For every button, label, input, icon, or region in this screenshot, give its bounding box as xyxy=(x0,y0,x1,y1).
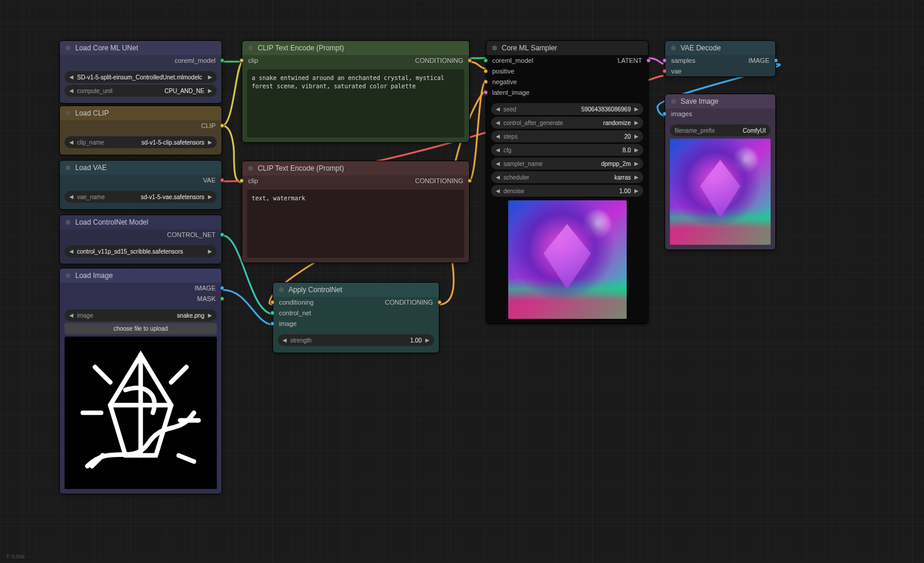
widget-scheduler[interactable]: ◀schedulerkarras▶ xyxy=(491,171,643,183)
chevron-left-icon[interactable]: ◀ xyxy=(496,106,500,112)
node-coreml-sampler[interactable]: Core ML Sampler coreml_model LATENT posi… xyxy=(486,40,649,324)
node-header[interactable]: Core ML Sampler xyxy=(486,41,648,55)
input-port-conditioning[interactable] xyxy=(270,300,275,305)
chevron-left-icon[interactable]: ◀ xyxy=(496,133,500,139)
chevron-left-icon[interactable]: ◀ xyxy=(496,120,500,126)
widget-clip-name[interactable]: ◀clip_namesd-v1-5-clip.safetensors▶ xyxy=(65,136,217,148)
node-load-clip[interactable]: Load CLIP CLIP ◀clip_namesd-v1-5-clip.sa… xyxy=(59,105,222,155)
collapse-dot-icon[interactable] xyxy=(671,46,676,50)
chevron-right-icon[interactable]: ▶ xyxy=(425,337,429,343)
chevron-left-icon[interactable]: ◀ xyxy=(496,188,500,194)
node-load-coreml-unet[interactable]: Load Core ML UNet coreml_model ◀SD-v1-5-… xyxy=(59,40,222,104)
widget-controlnet-name[interactable]: ◀control_v11p_sd15_scribble.safetensors▶ xyxy=(65,245,217,257)
chevron-right-icon[interactable]: ▶ xyxy=(208,74,212,80)
choose-file-button[interactable]: choose file to upload xyxy=(65,323,217,334)
collapse-dot-icon[interactable] xyxy=(279,287,284,292)
widget-steps[interactable]: ◀steps20▶ xyxy=(491,130,643,142)
output-port-image[interactable] xyxy=(220,286,224,290)
collapse-dot-icon[interactable] xyxy=(66,111,70,116)
widget-cfg[interactable]: ◀cfg8.0▶ xyxy=(491,144,643,156)
input-port-image[interactable] xyxy=(270,321,275,326)
output-port-coreml[interactable] xyxy=(220,58,224,63)
input-port-clip[interactable] xyxy=(239,178,244,183)
widget-seed[interactable]: ◀seed590643836086969▶ xyxy=(491,103,643,115)
chevron-left-icon[interactable]: ◀ xyxy=(69,312,73,318)
node-header[interactable]: Load Core ML UNet xyxy=(60,41,222,55)
input-port-images[interactable] xyxy=(662,111,667,116)
input-port-controlnet[interactable] xyxy=(270,311,275,315)
chevron-right-icon[interactable]: ▶ xyxy=(208,312,212,318)
chevron-right-icon[interactable]: ▶ xyxy=(634,188,639,194)
chevron-right-icon[interactable]: ▶ xyxy=(208,194,212,200)
output-port-controlnet[interactable] xyxy=(220,232,224,237)
chevron-left-icon[interactable]: ◀ xyxy=(69,88,73,94)
input-port-latent[interactable] xyxy=(483,90,488,95)
collapse-dot-icon[interactable] xyxy=(248,166,253,171)
widget-sampler[interactable]: ◀sampler_namedpmpp_2m▶ xyxy=(491,158,643,169)
node-header[interactable]: Load ControlNet Model xyxy=(60,215,222,229)
output-port-mask[interactable] xyxy=(220,296,224,301)
node-header[interactable]: Save Image xyxy=(665,94,775,108)
output-port-image[interactable] xyxy=(774,58,778,63)
collapse-dot-icon[interactable] xyxy=(492,46,497,50)
output-port-vae[interactable] xyxy=(220,178,224,183)
widget-image[interactable]: ◀imagesnake.png▶ xyxy=(65,309,217,321)
input-port-model[interactable] xyxy=(483,58,488,63)
chevron-left-icon[interactable]: ◀ xyxy=(496,161,500,167)
chevron-right-icon[interactable]: ▶ xyxy=(208,88,212,94)
node-header[interactable]: CLIP Text Encode (Prompt) xyxy=(242,161,469,175)
collapse-dot-icon[interactable] xyxy=(66,165,70,170)
collapse-dot-icon[interactable] xyxy=(248,46,253,50)
output-port-clip[interactable] xyxy=(220,123,224,128)
widget-denoise[interactable]: ◀denoise1.00▶ xyxy=(491,185,643,197)
collapse-dot-icon[interactable] xyxy=(671,99,676,104)
widget-model-name[interactable]: ◀SD-v1-5-split-einsum_ControlledUnet.mlm… xyxy=(65,71,217,83)
node-canvas[interactable]: Load Core ML UNet coreml_model ◀SD-v1-5-… xyxy=(0,0,924,563)
collapse-dot-icon[interactable] xyxy=(66,273,70,278)
chevron-left-icon[interactable]: ◀ xyxy=(283,337,287,343)
chevron-right-icon[interactable]: ▶ xyxy=(634,174,639,180)
chevron-left-icon[interactable]: ◀ xyxy=(496,147,500,153)
node-header[interactable]: VAE Decode xyxy=(665,41,775,55)
output-port-conditioning[interactable] xyxy=(467,178,472,183)
widget-filename-prefix[interactable]: filename_prefixComfyUI xyxy=(670,124,771,136)
chevron-right-icon[interactable]: ▶ xyxy=(634,106,639,112)
widget-compute-unit[interactable]: ◀compute_unitCPU_AND_NE▶ xyxy=(65,85,217,97)
node-load-image[interactable]: Load Image IMAGE MASK ◀imagesnake.png▶ c… xyxy=(59,268,222,494)
chevron-left-icon[interactable]: ◀ xyxy=(69,194,73,200)
node-load-controlnet[interactable]: Load ControlNet Model CONTROL_NET ◀contr… xyxy=(59,215,222,264)
input-port-vae[interactable] xyxy=(662,69,667,73)
chevron-left-icon[interactable]: ◀ xyxy=(496,174,500,180)
node-clip-text-encode-positive[interactable]: CLIP Text Encode (Prompt) clip CONDITION… xyxy=(242,40,470,143)
chevron-right-icon[interactable]: ▶ xyxy=(208,248,212,254)
collapse-dot-icon[interactable] xyxy=(66,220,70,225)
node-clip-text-encode-negative[interactable]: CLIP Text Encode (Prompt) clip CONDITION… xyxy=(242,161,470,263)
chevron-left-icon[interactable]: ◀ xyxy=(69,248,73,254)
chevron-left-icon[interactable]: ◀ xyxy=(69,74,73,80)
chevron-right-icon[interactable]: ▶ xyxy=(208,139,212,145)
node-header[interactable]: Load CLIP xyxy=(60,106,222,120)
widget-vae-name[interactable]: ◀vae_namesd-v1-5-vae.safetensors▶ xyxy=(65,191,217,203)
node-header[interactable]: Load Image xyxy=(60,268,222,283)
widget-control-after[interactable]: ◀control_after_generaterandomize▶ xyxy=(491,117,643,129)
chevron-right-icon[interactable]: ▶ xyxy=(634,120,639,126)
input-port-samples[interactable] xyxy=(662,58,667,63)
input-port-negative[interactable] xyxy=(483,79,488,84)
chevron-right-icon[interactable]: ▶ xyxy=(634,147,639,153)
node-header[interactable]: CLIP Text Encode (Prompt) xyxy=(242,41,469,55)
widget-strength[interactable]: ◀strength1.00▶ xyxy=(278,334,434,346)
output-port-conditioning[interactable] xyxy=(437,300,442,305)
node-header[interactable]: Load VAE xyxy=(60,161,222,175)
node-vae-decode[interactable]: VAE Decode samples IMAGE vae xyxy=(665,40,776,77)
input-port-clip[interactable] xyxy=(239,58,244,63)
chevron-left-icon[interactable]: ◀ xyxy=(69,139,73,145)
chevron-right-icon[interactable]: ▶ xyxy=(634,161,639,167)
node-apply-controlnet[interactable]: Apply ControlNet conditioning CONDITIONI… xyxy=(272,282,439,353)
output-port-conditioning[interactable] xyxy=(467,58,472,63)
node-header[interactable]: Apply ControlNet xyxy=(273,283,439,297)
collapse-dot-icon[interactable] xyxy=(66,46,70,50)
node-save-image[interactable]: Save Image images filename_prefixComfyUI xyxy=(665,94,776,250)
chevron-right-icon[interactable]: ▶ xyxy=(634,133,639,139)
input-port-positive[interactable] xyxy=(483,69,488,73)
prompt-textarea[interactable]: a snake entwined around an enchanted cry… xyxy=(247,69,464,137)
